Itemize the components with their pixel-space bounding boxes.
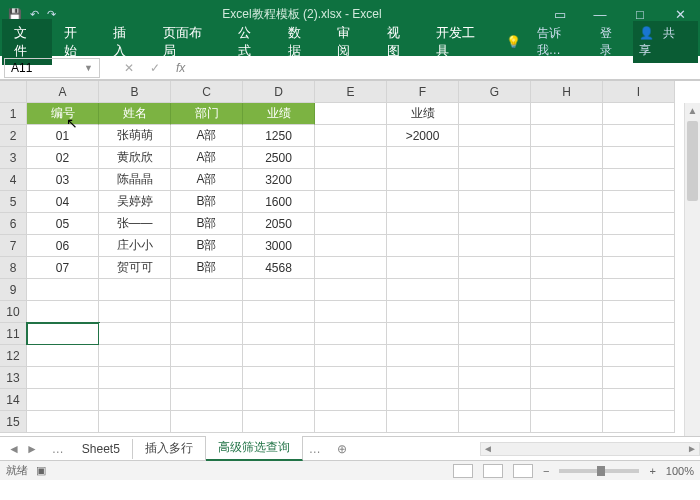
add-sheet-icon[interactable]: ⊕ <box>327 442 357 456</box>
horizontal-scrollbar[interactable]: ◄ ► <box>480 442 700 456</box>
cell-F3[interactable] <box>387 147 459 169</box>
cell-G10[interactable] <box>459 301 531 323</box>
view-normal-icon[interactable] <box>453 464 473 478</box>
cell-D12[interactable] <box>243 345 315 367</box>
cell-E15[interactable] <box>315 411 387 433</box>
cell-A5[interactable]: 04 <box>27 191 99 213</box>
zoom-level[interactable]: 100% <box>666 465 694 477</box>
row-head-14[interactable]: 14 <box>0 389 27 411</box>
cell-B13[interactable] <box>99 367 171 389</box>
zoom-in-icon[interactable]: + <box>649 465 655 477</box>
cell-G13[interactable] <box>459 367 531 389</box>
cell-E13[interactable] <box>315 367 387 389</box>
tell-me-icon[interactable]: 💡 <box>500 31 527 53</box>
scroll-up-icon[interactable]: ▲ <box>685 103 700 119</box>
cell-I12[interactable] <box>603 345 675 367</box>
cell-I8[interactable] <box>603 257 675 279</box>
cell-D15[interactable] <box>243 411 315 433</box>
sheet-next-icon[interactable]: ► <box>26 442 38 456</box>
cell-B11[interactable] <box>99 323 171 345</box>
minimize-icon[interactable]: — <box>580 7 620 22</box>
cell-D2[interactable]: 1250 <box>243 125 315 147</box>
cell-I15[interactable] <box>603 411 675 433</box>
cell-C9[interactable] <box>171 279 243 301</box>
cell-D10[interactable] <box>243 301 315 323</box>
tab-developer[interactable]: 开发工具 <box>424 19 499 65</box>
cell-D1[interactable]: 业绩 <box>243 103 315 125</box>
tab-data[interactable]: 数据 <box>276 19 326 65</box>
cell-B4[interactable]: 陈晶晶 <box>99 169 171 191</box>
cell-H14[interactable] <box>531 389 603 411</box>
tell-me[interactable]: 告诉我… <box>531 21 590 63</box>
cell-F8[interactable] <box>387 257 459 279</box>
cell-G2[interactable] <box>459 125 531 147</box>
cell-E1[interactable] <box>315 103 387 125</box>
view-pagebreak-icon[interactable] <box>513 464 533 478</box>
col-head-F[interactable]: F <box>387 81 459 103</box>
cell-A7[interactable]: 06 <box>27 235 99 257</box>
close-icon[interactable]: ✕ <box>660 7 700 22</box>
row-head-3[interactable]: 3 <box>0 147 27 169</box>
cell-C13[interactable] <box>171 367 243 389</box>
cell-G9[interactable] <box>459 279 531 301</box>
name-box[interactable]: A11 ▼ <box>4 58 100 78</box>
cell-F5[interactable] <box>387 191 459 213</box>
cell-F14[interactable] <box>387 389 459 411</box>
cell-B8[interactable]: 贺可可 <box>99 257 171 279</box>
cell-A9[interactable] <box>27 279 99 301</box>
cell-I9[interactable] <box>603 279 675 301</box>
tab-formulas[interactable]: 公式 <box>226 19 276 65</box>
row-head-1[interactable]: 1 <box>0 103 27 125</box>
cell-H13[interactable] <box>531 367 603 389</box>
sheet-more-right[interactable]: … <box>303 442 327 456</box>
cell-D13[interactable] <box>243 367 315 389</box>
cell-I11[interactable] <box>603 323 675 345</box>
scroll-right-icon[interactable]: ► <box>685 443 699 454</box>
cell-B2[interactable]: 张萌萌 <box>99 125 171 147</box>
col-head-A[interactable]: A <box>27 81 99 103</box>
vertical-scrollbar[interactable]: ▲ <box>684 103 700 436</box>
cell-B14[interactable] <box>99 389 171 411</box>
col-head-H[interactable]: H <box>531 81 603 103</box>
sheet-more-left[interactable]: … <box>46 442 70 456</box>
cell-C7[interactable]: B部 <box>171 235 243 257</box>
cell-B6[interactable]: 张—— <box>99 213 171 235</box>
cell-E2[interactable] <box>315 125 387 147</box>
cell-A15[interactable] <box>27 411 99 433</box>
tab-review[interactable]: 审阅 <box>325 19 375 65</box>
cell-B15[interactable] <box>99 411 171 433</box>
cell-E8[interactable] <box>315 257 387 279</box>
zoom-knob[interactable] <box>597 466 605 476</box>
cell-C15[interactable] <box>171 411 243 433</box>
cell-I2[interactable] <box>603 125 675 147</box>
chevron-down-icon[interactable]: ▼ <box>84 63 93 73</box>
cell-H11[interactable] <box>531 323 603 345</box>
cell-B9[interactable] <box>99 279 171 301</box>
cell-H8[interactable] <box>531 257 603 279</box>
cell-B1[interactable]: 姓名 <box>99 103 171 125</box>
col-head-G[interactable]: G <box>459 81 531 103</box>
cell-H12[interactable] <box>531 345 603 367</box>
cell-I4[interactable] <box>603 169 675 191</box>
cell-G3[interactable] <box>459 147 531 169</box>
cell-C6[interactable]: B部 <box>171 213 243 235</box>
cell-A3[interactable]: 02 <box>27 147 99 169</box>
grid[interactable]: ABCDEFGHI1编号姓名部门业绩业绩201张萌萌A部1250>2000302… <box>0 81 700 433</box>
cell-H2[interactable] <box>531 125 603 147</box>
cell-E7[interactable] <box>315 235 387 257</box>
cell-A11[interactable] <box>27 323 99 345</box>
cell-A13[interactable] <box>27 367 99 389</box>
cell-H4[interactable] <box>531 169 603 191</box>
cell-F2[interactable]: >2000 <box>387 125 459 147</box>
cell-C11[interactable] <box>171 323 243 345</box>
cell-A4[interactable]: 03 <box>27 169 99 191</box>
cell-F9[interactable] <box>387 279 459 301</box>
row-head-11[interactable]: 11 <box>0 323 27 345</box>
confirm-icon[interactable]: ✓ <box>150 61 160 75</box>
row-head-15[interactable]: 15 <box>0 411 27 433</box>
cell-C2[interactable]: A部 <box>171 125 243 147</box>
share-button[interactable]: 👤 共享 <box>633 21 698 63</box>
col-head-I[interactable]: I <box>603 81 675 103</box>
row-head-10[interactable]: 10 <box>0 301 27 323</box>
cell-H3[interactable] <box>531 147 603 169</box>
